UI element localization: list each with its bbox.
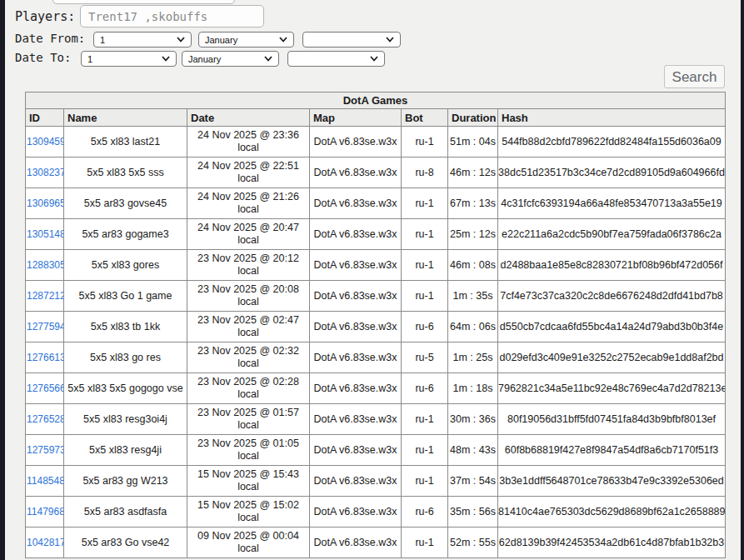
game-id-cell: 1276528 — [26, 404, 64, 435]
table-row: 1147968 5x5 ar83 asdfasfa 15 Nov 2025 @ … — [26, 497, 726, 528]
game-date-line: 09 Nov 2025 @ 00:04 — [187, 530, 309, 542]
game-id-link[interactable]: 1275973 — [27, 444, 64, 456]
game-name-cell: 5x5 ar83 gg W213 — [64, 466, 187, 497]
game-date-line: 23 Nov 2025 @ 02:32 — [187, 345, 309, 358]
date-from-day-value: 1 — [100, 35, 105, 45]
game-duration-cell: 52m : 55s — [448, 528, 498, 558]
chevron-down-icon — [370, 56, 378, 62]
game-id-link[interactable]: 1287212 — [27, 290, 64, 302]
game-name-cell: 5x5 xl83 go res — [64, 342, 187, 373]
game-id-link[interactable]: 1276528 — [27, 413, 64, 425]
table-row: 1308237 5x5 xl83 5x5 sss 24 Nov 2025 @ 2… — [26, 158, 726, 188]
game-hash-cell: d550cb7cdcaa6fd55bc4a14a24d79abd3b0b3f4e — [498, 312, 726, 342]
game-id-link[interactable]: 1288305 — [27, 259, 64, 271]
col-header-hash: Hash — [498, 109, 726, 127]
game-id-cell: 1309459 — [26, 127, 64, 158]
game-bot-cell: ru-6 — [402, 312, 448, 342]
game-bot-cell: ru-6 — [402, 497, 448, 528]
date-to-day-select[interactable]: 1 — [81, 51, 177, 67]
search-button[interactable]: Search — [664, 65, 725, 88]
col-header-name: Name — [64, 109, 187, 127]
game-date-line: 23 Nov 2025 @ 02:47 — [187, 314, 309, 327]
game-date-cell: 15 Nov 2025 @ 15:02 local — [187, 497, 310, 528]
game-hash-cell: 7cf4e73c37ca320c2c8de6676248d2dfd41bd7b8 — [498, 281, 726, 312]
game-map-cell: DotA v6.83se.w3x — [310, 466, 402, 497]
game-name-cell: 5x5 ar83 asdfasfa — [64, 497, 187, 528]
game-date-local: local — [187, 388, 309, 401]
table-row: 1148548 5x5 ar83 gg W213 15 Nov 2025 @ 1… — [26, 466, 726, 497]
game-date-line: 23 Nov 2025 @ 01:05 — [187, 438, 309, 450]
game-map-cell: DotA v6.83se.w3x — [310, 281, 402, 312]
game-duration-cell: 1m : 18s — [448, 373, 498, 404]
game-id-link[interactable]: 1305148 — [27, 228, 64, 240]
table-title-row: DotA Games — [26, 92, 726, 109]
players-input[interactable] — [80, 5, 264, 28]
table-title: DotA Games — [26, 92, 726, 109]
game-id-link[interactable]: 1276613 — [27, 352, 64, 363]
date-from-year-select[interactable] — [302, 32, 401, 48]
game-id-link[interactable]: 1147968 — [27, 506, 64, 518]
game-map-cell: DotA v6.83se.w3x — [310, 497, 402, 528]
game-name-cell: 5x5 xl83 last21 — [64, 127, 187, 158]
game-date-local: local — [187, 172, 309, 185]
game-map-cell: DotA v6.83se.w3x — [310, 342, 402, 373]
game-id-link[interactable]: 1308237 — [27, 167, 64, 178]
game-date-cell: 23 Nov 2025 @ 01:05 local — [187, 435, 310, 466]
game-id-cell: 1287212 — [26, 281, 64, 312]
game-date-cell: 24 Nov 2025 @ 21:26 local — [187, 188, 310, 219]
chevron-down-icon — [264, 56, 272, 62]
game-date-cell: 24 Nov 2025 @ 22:51 local — [187, 158, 310, 188]
game-name-cell: 5x5 xl83 tb 1kk — [64, 312, 187, 342]
game-map-cell: DotA v6.83se.w3x — [310, 404, 402, 435]
game-name-cell: 5x5 ar83 gogame3 — [64, 219, 187, 250]
game-duration-cell: 35m : 56s — [448, 497, 498, 528]
game-name-cell: 5x5 xl83 resg4ji — [64, 435, 187, 466]
game-date-local: local — [187, 296, 309, 308]
game-id-link[interactable]: 1309459 — [27, 136, 64, 148]
game-name-cell: 5x5 xl83 5x5 gogogo vse — [64, 373, 187, 404]
chevron-down-icon — [177, 37, 185, 42]
date-from-label: Date From: — [15, 32, 85, 45]
game-id-link[interactable]: 1042817 — [27, 537, 64, 548]
date-from-month-select[interactable]: January — [198, 32, 294, 48]
game-hash-cell: 60f8b68819f427e8f9847a54df8a6cb7170f51f3 — [498, 435, 726, 466]
game-date-local: local — [187, 265, 309, 278]
game-bot-cell: ru-1 — [402, 528, 448, 558]
date-to-year-select[interactable] — [287, 51, 385, 67]
game-date-line: 23 Nov 2025 @ 02:28 — [187, 376, 309, 388]
game-hash-cell: 544fb88d2cbfd789622fdd82484fa155d6036a09 — [498, 127, 726, 158]
game-duration-cell: 64m : 06s — [448, 312, 498, 342]
game-date-cell: 23 Nov 2025 @ 20:12 local — [187, 250, 310, 281]
players-label: Players: — [15, 9, 75, 24]
game-date-local: local — [187, 512, 309, 524]
game-id-link[interactable]: 1306965 — [27, 198, 64, 209]
col-header-id: ID — [26, 109, 64, 127]
date-to-month-select[interactable]: January — [182, 51, 279, 67]
game-duration-cell: 46m : 08s — [448, 250, 498, 281]
top-partial-input[interactable] — [52, 0, 235, 4]
game-date-local: local — [187, 419, 309, 432]
game-date-local: local — [187, 234, 309, 247]
game-date-line: 23 Nov 2025 @ 20:08 — [187, 283, 309, 296]
game-bot-cell: ru-6 — [402, 373, 448, 404]
game-duration-cell: 67m : 13s — [448, 188, 498, 219]
game-bot-cell: ru-1 — [402, 435, 448, 466]
game-date-cell: 23 Nov 2025 @ 02:28 local — [187, 373, 310, 404]
game-duration-cell: 46m : 12s — [448, 158, 498, 188]
game-map-cell: DotA v6.83se.w3x — [310, 188, 402, 219]
game-duration-cell: 1m : 35s — [448, 281, 498, 312]
game-id-link[interactable]: 1276566 — [27, 382, 64, 394]
game-date-cell: 09 Nov 2025 @ 00:04 local — [187, 528, 310, 558]
game-date-local: local — [187, 358, 309, 370]
game-id-cell: 1306965 — [26, 188, 64, 219]
game-map-cell: DotA v6.83se.w3x — [310, 312, 402, 342]
game-id-link[interactable]: 1277594 — [27, 321, 64, 332]
game-id-link[interactable]: 1148548 — [27, 475, 64, 487]
date-to-month-value: January — [188, 54, 221, 64]
game-id-cell: 1276566 — [26, 373, 64, 404]
date-from-day-select[interactable]: 1 — [93, 32, 192, 48]
game-duration-cell: 37m : 54s — [448, 466, 498, 497]
game-id-cell: 1148548 — [26, 466, 64, 497]
game-bot-cell: ru-1 — [402, 219, 448, 250]
game-name-cell: 5x5 xl83 gores — [64, 250, 187, 281]
